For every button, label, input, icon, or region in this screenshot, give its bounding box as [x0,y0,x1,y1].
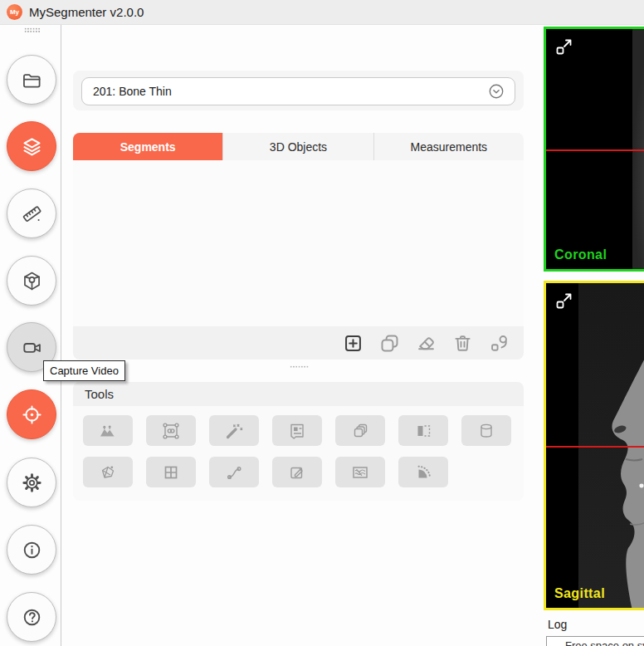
tool-magic-wand-button[interactable] [209,415,259,446]
title-bar: My MySegmenter v2.0.0 [0,0,644,25]
tool-copy-stack-button[interactable] [335,415,385,446]
tool-paste-region-button[interactable] [272,415,322,446]
tab-bar: Segments 3D Objects Measurements [73,133,524,160]
sidebar-item-localize[interactable] [7,389,56,439]
tool-arc-button[interactable] [398,457,448,487]
cylinder-icon [476,421,497,441]
draw-box-icon [286,462,308,482]
tool-grid-button[interactable] [146,457,196,487]
lasso-nodes-icon [160,421,182,441]
tools-row-1 [83,415,514,446]
sidebar-item-measure[interactable] [7,188,56,238]
series-select-value: 201: Bone Thin [93,85,172,98]
axial-crosshair-line [546,446,644,448]
segments-list-empty [73,160,524,326]
eraser-icon[interactable] [415,332,437,355]
paste-region-icon [286,421,308,441]
help-icon [21,606,43,629]
magic-wand-icon [223,421,245,441]
tools-row-2 [83,457,514,487]
expand-icon[interactable] [554,291,574,311]
layers-icon [21,135,43,158]
duplicate-segment-icon[interactable] [378,332,401,355]
log-title: Log [548,618,567,631]
face-profile-shape [612,341,644,608]
panel-drag-handle[interactable] [290,365,309,369]
coronal-view[interactable]: Coronal [544,27,644,272]
folder-icon [21,69,43,91]
coronal-label: Coronal [554,247,607,262]
ruler-icon [21,203,43,225]
tool-draw-box-button[interactable] [272,457,322,487]
cube-icon [21,270,43,292]
app-window: My MySegmenter v2.0.0 201: Bone Thin [0,0,644,646]
target-icon [21,404,43,426]
trash-icon[interactable] [451,332,474,355]
sagittal-view[interactable]: Sagittal [544,281,644,610]
grid-icon [160,462,182,482]
chevron-down-circle-icon[interactable] [487,82,505,100]
segments-panel: Segments 3D Objects Measurements [73,133,524,360]
polygon-lasso-icon [97,462,119,482]
tab-segments[interactable]: Segments [73,133,222,160]
sidebar-item-help[interactable] [7,592,56,642]
log-box: Free space on sy [546,636,644,646]
split-segment-icon[interactable] [488,332,510,355]
gear-icon [21,472,43,494]
tool-cylinder-button[interactable] [461,415,511,446]
add-segment-icon[interactable] [342,332,364,355]
capture-video-tooltip: Capture Video [43,360,125,381]
segment-actions-toolbar [73,326,524,360]
log-entry: Free space on sy [565,639,644,646]
sidebar-item-open-files[interactable] [7,55,56,105]
tool-polygon-lasso-button[interactable] [83,457,133,487]
series-select[interactable]: 201: Bone Thin [81,77,515,105]
app-title: MySegmenter v2.0.0 [29,5,144,19]
texture-icon [349,462,371,482]
axial-crosshair-line [546,149,644,151]
expand-icon[interactable] [554,37,574,56]
sidebar-item-settings[interactable] [7,458,56,507]
tab-3d-objects[interactable]: 3D Objects [222,133,373,160]
video-camera-icon [21,336,43,359]
tool-texture-button[interactable] [335,457,385,487]
arc-icon [412,462,434,482]
sidebar-item-segments[interactable] [7,121,56,171]
tool-lasso-nodes-button[interactable] [146,415,196,446]
copy-stack-icon [349,421,371,441]
sidebar-item-view-3d[interactable] [7,256,56,306]
tab-measurements[interactable]: Measurements [373,133,524,160]
tool-threshold-button[interactable] [83,415,133,446]
mirror-icon [412,421,434,441]
tools-panel-title: Tools [73,382,524,406]
sidebar-drag-handle[interactable] [24,27,41,33]
tool-mirror-button[interactable] [398,415,448,446]
tools-panel: Tools [73,382,524,501]
sagittal-label: Sagittal [554,586,605,601]
info-icon [21,539,43,561]
tools-grid [73,406,524,487]
threshold-icon [97,421,119,441]
app-logo-icon: My [7,4,22,20]
series-select-container: 201: Bone Thin [73,71,524,110]
sidebar-item-about[interactable] [7,525,56,575]
tool-curve-button[interactable] [209,457,259,487]
curve-icon [223,462,245,482]
